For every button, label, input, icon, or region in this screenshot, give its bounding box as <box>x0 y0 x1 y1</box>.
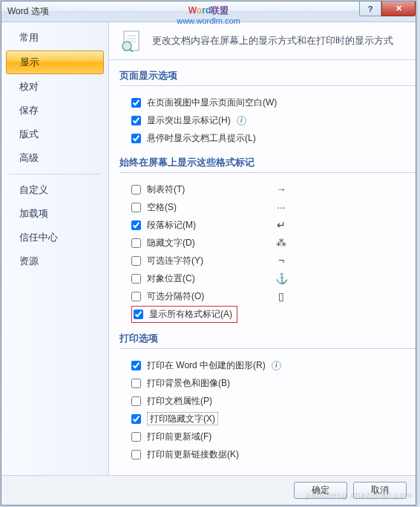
main-header: 更改文档内容在屏幕上的显示方式和在打印时的显示方式 <box>109 30 416 59</box>
sidebar-item-trust[interactable]: 信任中心 <box>6 226 104 249</box>
opt-show-all-marks-row: 显示所有格式标记(A) <box>119 305 416 323</box>
sidebar-item-customize[interactable]: 自定义 <box>6 179 104 201</box>
sidebar: 常用 显示 校对 保存 版式 高级 自定义 加载项 信任中心 资源 <box>1 22 109 475</box>
option-row: 打印在 Word 中创建的图形(R)i <box>119 356 416 374</box>
section-page-display: 页面显示选项 <box>119 60 416 86</box>
option-checkbox[interactable] <box>131 185 141 194</box>
sidebar-item-save[interactable]: 保存 <box>6 99 104 122</box>
option-label: 打印文档属性(P) <box>147 395 212 408</box>
cancel-button[interactable]: 取消 <box>353 482 407 499</box>
option-label: 可选分隔符(O) <box>147 290 204 303</box>
option-checkbox[interactable] <box>131 238 141 248</box>
option-checkbox[interactable] <box>131 220 141 230</box>
info-icon[interactable]: i <box>237 116 246 125</box>
option-label: 打印前更新域(F) <box>147 431 211 443</box>
option-label: 可选连字符(Y) <box>147 255 203 267</box>
option-row: 可选连字符(Y)¬ <box>119 252 416 269</box>
option-label: 隐藏文字(D) <box>147 237 195 249</box>
option-row: 打印文档属性(P) <box>119 392 416 410</box>
option-row: 打印背景色和图像(B) <box>119 374 416 392</box>
format-symbol: ··· <box>272 201 290 213</box>
option-row: 隐藏文字(D)⁂ <box>119 234 416 252</box>
format-symbol: ¬ <box>272 255 290 266</box>
format-symbol: ⁂ <box>272 237 290 249</box>
dialog-footer: 确定 取消 jiaocheng.chazidian.com <box>1 475 416 505</box>
main-scroll-area[interactable]: 页面显示选项 在页面视图中显示页面间空白(W)显示突出显示标记(H)i悬停时显示… <box>109 59 416 475</box>
sidebar-item-resources[interactable]: 资源 <box>6 250 104 272</box>
option-row: 空格(S)··· <box>119 198 416 216</box>
main-panel: 更改文档内容在屏幕上的显示方式和在打印时的显示方式 页面显示选项 在页面视图中显… <box>109 22 416 475</box>
sidebar-item-display[interactable]: 显示 <box>6 50 104 74</box>
option-checkbox[interactable] <box>131 432 141 442</box>
option-checkbox[interactable] <box>131 116 141 125</box>
sidebar-item-common[interactable]: 常用 <box>6 27 104 49</box>
option-row: 在页面视图中显示页面间空白(W) <box>119 94 416 111</box>
close-button[interactable]: ✕ <box>381 1 416 16</box>
option-row: 制表符(T)→ <box>119 180 416 198</box>
window-title: Word 选项 <box>4 5 49 18</box>
option-row: 对象位置(C)⚓ <box>119 269 416 287</box>
option-label: 打印隐藏文字(X) <box>147 413 218 425</box>
option-row: 打印前更新域(F) <box>119 428 416 445</box>
option-row: 打印前更新链接数据(K) <box>119 445 416 463</box>
option-checkbox[interactable] <box>131 379 141 388</box>
titlebar: Word 选项 Word联盟 www.wordlm.com ? ✕ <box>1 1 416 22</box>
highlight-show-all: 显示所有格式标记(A) <box>131 306 237 323</box>
sidebar-item-advanced[interactable]: 高级 <box>6 147 104 169</box>
option-label: 打印在 Word 中创建的图形(R) <box>147 359 266 372</box>
option-checkbox[interactable] <box>131 256 141 266</box>
option-checkbox[interactable] <box>131 361 141 370</box>
option-row: 显示突出显示标记(H)i <box>119 111 416 129</box>
format-symbol: ↵ <box>272 219 290 231</box>
option-label: 在页面视图中显示页面间空白(W) <box>147 97 277 109</box>
sidebar-separator <box>9 174 101 174</box>
option-row: 可选分隔符(O)▯ <box>119 287 416 305</box>
format-symbol: → <box>272 183 290 195</box>
section-formatting-marks: 始终在屏幕上显示这些格式标记 <box>119 147 416 173</box>
option-checkbox[interactable] <box>131 396 141 406</box>
format-symbol: ⚓ <box>272 272 290 284</box>
format-symbol: ▯ <box>272 290 290 302</box>
info-icon[interactable]: i <box>272 361 281 370</box>
option-checkbox[interactable] <box>131 292 141 301</box>
option-checkbox[interactable] <box>131 98 141 108</box>
page-preview-icon <box>119 30 145 52</box>
option-label: 打印前更新链接数据(K) <box>147 448 239 461</box>
option-label: 打印背景色和图像(B) <box>147 377 230 390</box>
dialog-body: 常用 显示 校对 保存 版式 高级 自定义 加载项 信任中心 资源 <box>1 22 416 475</box>
label-show-all-marks: 显示所有格式标记(A) <box>149 308 232 321</box>
option-label: 空格(S) <box>147 201 177 214</box>
main-header-text: 更改文档内容在屏幕上的显示方式和在打印时的显示方式 <box>152 34 393 48</box>
option-checkbox[interactable] <box>131 414 141 424</box>
checkbox-show-all-marks[interactable] <box>134 310 143 319</box>
section-print-options: 打印选项 <box>119 323 416 349</box>
sidebar-item-proofing[interactable]: 校对 <box>6 76 104 98</box>
option-label: 显示突出显示标记(H) <box>147 114 231 127</box>
option-label: 对象位置(C) <box>147 272 195 285</box>
ok-button[interactable]: 确定 <box>294 482 347 499</box>
option-checkbox[interactable] <box>131 274 141 284</box>
option-row: 悬停时显示文档工具提示(L) <box>119 129 416 147</box>
window-controls: ? ✕ <box>359 1 416 16</box>
sidebar-item-layout[interactable]: 版式 <box>6 123 104 145</box>
option-row: 打印隐藏文字(X) <box>119 410 416 428</box>
sidebar-item-addins[interactable]: 加载项 <box>6 203 104 225</box>
option-checkbox[interactable] <box>131 134 141 143</box>
option-row: 段落标记(M)↵ <box>119 216 416 234</box>
dialog-window: Word 选项 Word联盟 www.wordlm.com ? ✕ 常用 显示 … <box>1 1 416 506</box>
help-button[interactable]: ? <box>359 1 381 16</box>
option-label: 段落标记(M) <box>147 219 196 232</box>
option-label: 悬停时显示文档工具提示(L) <box>147 132 256 145</box>
option-label: 制表符(T) <box>147 183 185 196</box>
watermark: Word联盟 www.wordlm.com <box>177 3 240 25</box>
option-checkbox[interactable] <box>131 203 141 212</box>
option-checkbox[interactable] <box>131 450 141 459</box>
